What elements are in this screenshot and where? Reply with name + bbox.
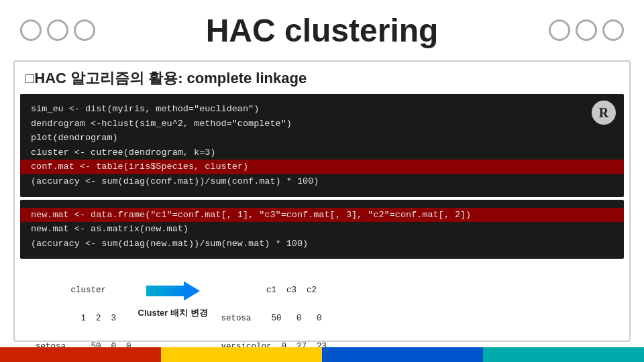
main-content: □HAC 알고리즘의 활용: complete linkage R sim_eu…: [13, 60, 631, 342]
circle-right-1: [549, 19, 570, 41]
section-heading: □HAC 알고리즘의 활용: complete linkage: [15, 62, 629, 94]
circle-left-3: [74, 19, 95, 41]
table-left-title: cluster: [25, 286, 131, 295]
r-icon: R: [592, 101, 616, 125]
svg-marker-0: [146, 282, 200, 301]
arrow-label: Cluster 배치 변경: [138, 307, 208, 319]
code-block-2: new.mat <- data.frame("c1"=conf.mat[, 1]…: [20, 200, 624, 259]
table-right-row-1: setosa 50 0 0: [221, 314, 327, 323]
code-line-6: (accuracy <- sum(diag(conf.mat))/sum(con…: [31, 176, 319, 186]
circle-right-3: [602, 19, 624, 41]
footer-bar-teal: [483, 347, 644, 362]
circle-left-1: [20, 19, 42, 41]
circle-right-2: [576, 19, 597, 41]
footer-bars: [0, 347, 644, 362]
table-right-header: c1 c3 c2: [221, 286, 327, 295]
code-block: R sim_eu <- dist(myiris, method="euclide…: [20, 94, 624, 197]
code-line-8: new.mat <- as.matrix(new.mat): [31, 224, 189, 234]
footer-bar-yellow: [161, 347, 322, 362]
code-line-1: sim_eu <- dist(myiris, method="euclidean…: [31, 104, 259, 114]
table-left-header: 1 2 3: [25, 314, 131, 323]
code-line-9: (accuracy <- sum(diag(new.mat))/sum(new.…: [31, 239, 308, 249]
footer-bar-red: [0, 347, 161, 362]
footer-bar-blue: [322, 347, 483, 362]
header: HAC clustering: [0, 0, 644, 60]
circles-left: [20, 19, 95, 41]
arrow-icon: [146, 278, 200, 304]
bottom-section: cluster 1 2 3 setosa 50 0 0 versicolor 0…: [15, 259, 629, 362]
code-line-4: cluster <- cutree(dendrogram, k=3): [31, 147, 215, 158]
code-line-2: dendrogram <-hclust(sim_eu^2, method="co…: [31, 119, 292, 129]
circles-right: [549, 19, 624, 41]
circle-left-2: [47, 19, 68, 41]
code-line-3: plot(dendrogram): [31, 133, 118, 143]
page-title: HAC clustering: [95, 12, 549, 49]
code-line-5-highlight: conf.mat <- table(iris$Species, cluster): [20, 160, 624, 174]
code-line-7-highlight: new.mat <- data.frame("c1"=conf.mat[, 1]…: [20, 208, 624, 223]
arrow-container: Cluster 배치 변경: [138, 264, 208, 319]
